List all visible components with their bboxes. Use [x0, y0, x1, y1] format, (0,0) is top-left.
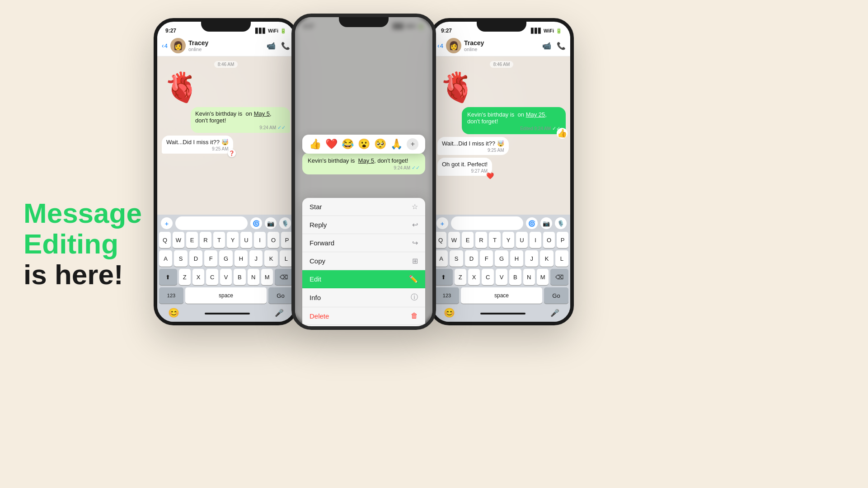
msg-received-3b[interactable]: Oh got it. Perfect! 9:27 AM: [437, 158, 492, 176]
sticker-btn-1[interactable]: 🌀: [250, 217, 262, 229]
key-3-m[interactable]: M: [537, 269, 549, 285]
phone-icon-3[interactable]: 📞: [557, 42, 566, 50]
key-3-q[interactable]: Q: [435, 232, 446, 248]
key-3-l[interactable]: L: [555, 250, 568, 267]
key-3-f[interactable]: F: [480, 250, 493, 267]
key-3-x[interactable]: X: [468, 269, 480, 285]
msg-sent-1[interactable]: Kevin's birthday is on May 5, don't forg…: [191, 107, 290, 133]
ctx-star[interactable]: Star ☆: [302, 198, 425, 216]
back-button-3[interactable]: ‹ 4: [437, 42, 443, 49]
key-j[interactable]: J: [249, 250, 263, 267]
key-shift[interactable]: ⬆: [159, 269, 177, 285]
key-3-v[interactable]: V: [496, 269, 507, 285]
key-v[interactable]: V: [220, 269, 232, 285]
ctx-copy[interactable]: Copy ⊞: [302, 252, 425, 270]
reaction-laugh[interactable]: 😂: [342, 138, 354, 150]
key-3-t[interactable]: T: [489, 232, 501, 248]
key-3-j[interactable]: J: [525, 250, 538, 267]
key-3-h[interactable]: H: [510, 250, 523, 267]
ctx-edit[interactable]: Edit ✏️: [302, 270, 425, 288]
key-space[interactable]: space: [185, 287, 267, 304]
key-3-z[interactable]: Z: [455, 269, 466, 285]
key-3-u[interactable]: U: [516, 232, 528, 248]
key-f[interactable]: F: [204, 250, 217, 267]
key-3-123[interactable]: 123: [435, 287, 459, 304]
video-icon-1[interactable]: 📹: [267, 42, 276, 50]
emoji-key-3[interactable]: 😊: [444, 307, 455, 318]
ctx-more[interactable]: More...: [302, 325, 425, 330]
key-3-s[interactable]: S: [450, 250, 463, 267]
key-3-c[interactable]: C: [482, 269, 493, 285]
key-3-space[interactable]: space: [461, 287, 542, 304]
ctx-info[interactable]: Info ⓘ: [302, 288, 425, 307]
mic-key-3[interactable]: 🎤: [550, 309, 559, 317]
key-3-y[interactable]: Y: [502, 232, 514, 248]
key-h[interactable]: H: [235, 250, 248, 267]
key-go[interactable]: Go: [268, 287, 293, 304]
emoji-plus-btn[interactable]: +: [407, 138, 418, 150]
reaction-sad[interactable]: 🥺: [374, 138, 386, 150]
plus-btn-1[interactable]: +: [161, 217, 173, 229]
key-z[interactable]: Z: [179, 269, 191, 285]
camera-btn-1[interactable]: 📷: [265, 217, 277, 229]
camera-btn-3[interactable]: 📷: [540, 217, 552, 229]
ctx-delete[interactable]: Delete 🗑: [302, 307, 425, 325]
key-n[interactable]: N: [248, 269, 259, 285]
key-q[interactable]: Q: [159, 232, 171, 248]
key-d[interactable]: D: [189, 250, 202, 267]
ctx-forward[interactable]: Forward ↪: [302, 234, 425, 252]
key-3-e[interactable]: E: [462, 232, 474, 248]
reaction-wow[interactable]: 😮: [358, 138, 370, 150]
key-3-go[interactable]: Go: [544, 287, 568, 304]
key-u[interactable]: U: [240, 232, 252, 248]
key-b[interactable]: B: [234, 269, 245, 285]
msg-received-1[interactable]: Wait...Did I miss it?? 🤯 9:25 AM: [162, 136, 233, 154]
reaction-pray[interactable]: 🙏: [390, 138, 403, 150]
key-o[interactable]: O: [267, 232, 279, 248]
key-a[interactable]: A: [159, 250, 172, 267]
reaction-thumb[interactable]: 👍: [309, 138, 321, 150]
key-3-n[interactable]: N: [523, 269, 535, 285]
key-3-p[interactable]: P: [557, 232, 568, 248]
ctx-reply[interactable]: Reply ↩: [302, 216, 425, 234]
video-icon-3[interactable]: 📹: [542, 42, 551, 50]
key-delete[interactable]: ⌫: [275, 269, 293, 285]
emoji-key-1[interactable]: 😊: [168, 307, 179, 318]
key-3-o[interactable]: O: [543, 232, 555, 248]
key-3-i[interactable]: I: [530, 232, 541, 248]
key-3-d[interactable]: D: [465, 250, 478, 267]
key-3-g[interactable]: G: [495, 250, 508, 267]
msg-sent-edited[interactable]: Kevin's birthday is on May 25, don't for…: [462, 107, 566, 134]
msg-received-3a[interactable]: Wait...Did I miss it?? 🤯 9:25 AM: [437, 137, 509, 155]
mic-key-1[interactable]: 🎤: [275, 309, 284, 317]
key-123[interactable]: 123: [159, 287, 183, 304]
mic-btn-3[interactable]: 🎙️: [555, 217, 567, 229]
key-r[interactable]: R: [200, 232, 211, 248]
key-3-b[interactable]: B: [509, 269, 521, 285]
mic-btn-1[interactable]: 🎙️: [279, 217, 291, 229]
key-t[interactable]: T: [213, 232, 225, 248]
input-field-1[interactable]: [175, 216, 248, 230]
key-3-shift[interactable]: ⬆: [435, 269, 453, 285]
key-w[interactable]: W: [173, 232, 184, 248]
emoji-bar[interactable]: 👍 ❤️ 😂 😮 🥺 🙏 +: [302, 135, 425, 154]
plus-btn-3[interactable]: +: [436, 217, 448, 229]
input-field-3[interactable]: [451, 216, 523, 230]
key-3-a[interactable]: A: [435, 250, 448, 267]
key-3-k[interactable]: K: [540, 250, 553, 267]
key-i[interactable]: I: [254, 232, 266, 248]
key-x[interactable]: X: [192, 269, 204, 285]
key-y[interactable]: Y: [227, 232, 239, 248]
reaction-heart[interactable]: ❤️: [325, 138, 338, 150]
key-e[interactable]: E: [186, 232, 198, 248]
key-m[interactable]: M: [261, 269, 273, 285]
key-l[interactable]: L: [280, 250, 293, 267]
key-k[interactable]: K: [264, 250, 277, 267]
key-s[interactable]: S: [174, 250, 187, 267]
key-3-delete[interactable]: ⌫: [550, 269, 568, 285]
phone-icon-1[interactable]: 📞: [281, 42, 290, 50]
key-c[interactable]: C: [206, 269, 218, 285]
key-3-r[interactable]: R: [475, 232, 487, 248]
key-3-w[interactable]: W: [448, 232, 460, 248]
back-button-1[interactable]: ‹ 4: [162, 42, 168, 49]
